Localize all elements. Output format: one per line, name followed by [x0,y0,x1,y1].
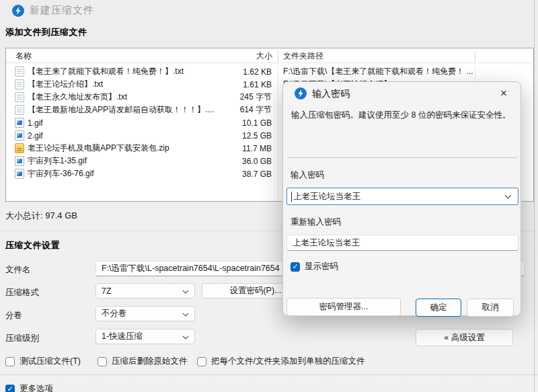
table-row[interactable]: 【老王来了就能下载和观看！纯免费！】.txt 1.62 KB F:\迅雷下载\【… [6,65,533,78]
column-header-size[interactable]: 大小 [192,50,272,62]
file-path-cell: F:\迅雷下载\【老王来了就能下载和观看！纯免费！ ... [283,66,530,77]
archive-settings-section-title: 压缩文件设置 [5,239,60,251]
close-icon[interactable]: × [495,85,512,102]
test-archive-label: 测试压缩文件(T) [20,356,81,367]
bandizip-logo-icon [295,87,307,100]
show-password-checkbox[interactable]: 显示密码 [291,261,338,272]
checkbox-icon [5,357,15,366]
header-separator[interactable] [475,50,475,62]
checkbox-icon [5,385,15,392]
filename-value: F:\迅雷下载\L-spacetrain7654\L-spacetrain765… [102,263,280,274]
confirm-password-label: 重新输入密码 [291,217,341,228]
chevron-down-icon [182,332,189,342]
password-input[interactable]: 上老王论坛当老王 [286,188,518,205]
checkbox-icon [291,262,300,272]
txt-file-icon [15,79,24,89]
file-size-cell: 614 字节 [191,104,272,116]
bandizip-logo-icon [12,5,24,17]
footer-divider [0,375,538,375]
txt-file-icon [15,105,24,115]
file-size-cell: 1.61 KB [191,80,272,89]
dialog-divider [287,157,518,158]
file-size-cell: 38.7 GB [191,169,272,179]
window-title: 新建压缩文件 [30,4,94,17]
cancel-button[interactable]: 取消 [467,299,514,317]
advanced-settings-button[interactable]: « 高级设置 [416,329,513,346]
volume-select[interactable]: 不分卷 [95,306,195,321]
column-header-path[interactable]: 文件夹路径 [283,50,323,62]
show-password-label: 显示密码 [305,261,338,272]
chevron-down-icon [182,309,189,319]
password-label: 输入密码 [291,169,324,181]
level-value: 1-快速压缩 [102,331,143,342]
file-size-cell: 12.5 GB [191,131,272,141]
zip-file-icon [15,143,24,153]
password-manager-label: 密码管理器... [319,301,369,313]
confirm-password-value: 上老王论坛当老王 [293,237,360,249]
volume-value: 不分卷 [102,308,127,319]
more-options-checkbox[interactable]: 更多选项 [5,383,53,392]
chevron-down-icon [182,286,189,296]
file-size-cell: 1.62 KB [191,67,272,77]
gif-file-icon [15,169,24,179]
format-label: 压缩格式 [5,287,39,299]
window-edge [534,0,535,392]
header-separator[interactable] [278,50,278,62]
dialog-title: 输入密码 [312,88,350,100]
advanced-settings-label: « 高级设置 [444,332,484,344]
add-files-section-title: 添加文件到压缩文件 [5,26,87,38]
chevron-down-icon[interactable] [504,192,512,201]
file-table-header: 名称 大小 文件夹路径 [6,48,533,63]
cancel-label: 取消 [482,302,499,313]
file-size-cell: 11.7 MB [191,144,272,153]
level-select[interactable]: 1-快速压缩 [95,329,195,344]
more-options-label: 更多选项 [20,383,53,392]
dialog-description: 输入压缩包密码。建议使用至少 8 位的密码来保证安全性。 [291,110,517,121]
volume-label: 分卷 [5,310,22,321]
gif-file-icon [15,156,24,166]
password-manager-button[interactable]: 密码管理器... [286,298,401,316]
format-select[interactable]: 7Z [95,283,195,299]
filename-label: 文件名 [5,264,31,276]
column-header-name[interactable]: 名称 [15,50,32,62]
confirm-password-input[interactable]: 上老王论坛当老王 [286,235,518,251]
test-archive-checkbox[interactable]: 测试压缩文件(T) [5,356,81,367]
ok-label: 确定 [430,302,447,313]
set-password-label: 设置密码(P)... [229,285,281,297]
file-size-cell: 245 字节 [191,91,272,103]
checkbox-icon [98,357,107,366]
text-caret [291,192,292,202]
delete-after-label: 压缩后删除原始文件 [112,356,188,367]
txt-file-icon [15,67,24,77]
txt-file-icon [15,92,24,102]
password-dialog: 输入密码 × 输入压缩包密码。建议使用至少 8 位的密码来保证安全性。 输入密码… [282,81,521,316]
new-archive-window: 新建压缩文件 添加文件到压缩文件 名称 大小 文件夹路径 【老王来了就能下载和观… [0,0,538,392]
file-size-cell: 10.1 GB [191,118,272,128]
separate-archives-label: 把每个文件/文件夹添加到单独的压缩文件 [211,356,364,367]
gif-file-icon [15,130,24,141]
file-size-cell: 36.0 GB [191,157,272,166]
total-size-label: 大小总计: 97.4 GB [5,210,77,222]
level-label: 压缩级别 [5,333,39,344]
checkbox-icon [197,357,206,366]
format-value: 7Z [102,286,112,296]
separate-archives-checkbox[interactable]: 把每个文件/文件夹添加到单独的压缩文件 [197,356,364,367]
ok-button[interactable]: 确定 [416,299,461,317]
delete-after-checkbox[interactable]: 压缩后删除原始文件 [98,356,188,367]
password-value: 上老王论坛当老王 [293,191,360,202]
gif-file-icon [15,118,24,128]
